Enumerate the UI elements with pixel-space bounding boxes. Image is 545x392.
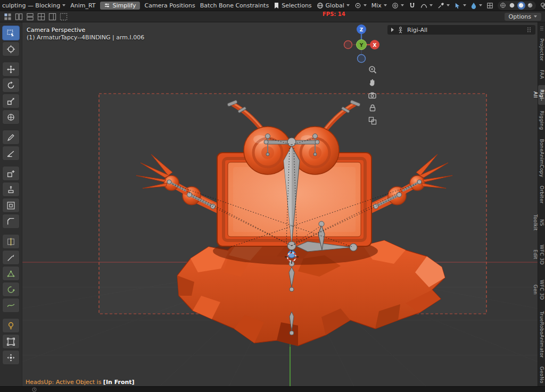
simplify-label: Simplify (112, 2, 136, 9)
drag-tool[interactable] (2, 350, 20, 365)
annotation-dropdown[interactable] (470, 2, 482, 9)
pan-hand-icon[interactable] (368, 78, 377, 87)
show-grid-toggle[interactable] (486, 2, 493, 9)
camera-positions-label: Camera Positions (145, 2, 195, 9)
camera-view-icon[interactable] (368, 90, 377, 100)
headsup-value: [In Front] (103, 379, 135, 386)
eyedropper-dropdown[interactable] (437, 2, 450, 9)
proportional-editing-dropdown[interactable] (392, 2, 404, 9)
sidebar-tab-projector[interactable]: Projector (538, 36, 545, 64)
sidebar-tab-wfc-3d-gen[interactable]: WFC 3D Gen (538, 274, 545, 306)
timeline-collapsed-bar[interactable] (0, 386, 545, 392)
sidebar-tab-faa[interactable]: FAA (538, 67, 545, 82)
editor-type-icon[interactable] (4, 13, 12, 21)
layout-quad-icon[interactable] (37, 13, 45, 21)
measure-tool[interactable] (2, 146, 20, 161)
poly-build-tool[interactable] (2, 266, 20, 281)
selections-menu[interactable]: Selections (274, 2, 311, 9)
box-select-tool[interactable] (2, 26, 20, 40)
lock-icon[interactable] (368, 103, 377, 113)
add-cube-tool[interactable] (2, 166, 20, 181)
loop-cut-tool[interactable] (2, 234, 20, 249)
anim-rt-label: Anim_RT (70, 2, 95, 9)
sidebar-tab-ns-toolkit[interactable]: NS Toolkit (538, 210, 545, 236)
spin-tool[interactable] (2, 282, 20, 297)
cursor-tool[interactable] (2, 41, 20, 56)
panel-header-label: Rigi-All (407, 27, 427, 34)
blend-mode-label: Mix (371, 2, 382, 9)
chevron-down-icon (401, 4, 404, 6)
overlays-dropdown[interactable] (540, 2, 545, 9)
chevron-down-icon (447, 4, 450, 6)
drag-dots-icon[interactable] (526, 27, 532, 33)
extrude-tool[interactable] (2, 182, 20, 197)
headsup-prefix: HeadsUp: Active Object is (26, 379, 103, 386)
navigation-gizmo[interactable]: Z X Y (337, 21, 385, 70)
fullscreen-grid-icon[interactable] (368, 116, 377, 126)
frame-tool[interactable] (2, 334, 20, 349)
scale-tool[interactable] (2, 94, 20, 109)
gizmo-dropdown[interactable] (454, 2, 466, 9)
chevron-down-icon (463, 4, 466, 6)
pin-light-tool[interactable] (2, 318, 20, 333)
character-mesh[interactable] (136, 100, 452, 346)
shading-rendered-button[interactable] (526, 2, 534, 10)
bevel-tool[interactable] (2, 214, 20, 229)
view-name-label: Camera Perspective (27, 27, 85, 34)
viewport-nav-icons (368, 65, 377, 126)
shading-material-button[interactable] (517, 2, 525, 10)
chevron-down-icon (364, 4, 367, 6)
left-arm[interactable] (136, 154, 222, 211)
gizmo-x-label: X (373, 43, 377, 48)
clock-icon[interactable] (32, 387, 37, 392)
sidebar-tab-boneanimcopy[interactable]: BoneAnimCopy (538, 136, 545, 180)
sidebar-tab-geono[interactable]: GeoNo (538, 364, 545, 386)
viewport-shading-group (498, 1, 536, 10)
sidebar-panel-header[interactable]: Rigi-All (387, 25, 535, 35)
magnet-icon (409, 2, 416, 9)
right-arm[interactable] (366, 154, 452, 211)
gizmo-axis-z-neg[interactable] (358, 55, 366, 63)
3d-viewport[interactable]: Camera Perspective (1) ArmaturTapcy--4BI… (0, 22, 538, 386)
transform-tool[interactable] (2, 110, 20, 124)
options-dropdown[interactable]: Options (505, 13, 541, 21)
annotate-tool[interactable] (2, 130, 20, 145)
chevron-down-icon (346, 4, 350, 6)
blend-mode-dropdown[interactable]: Mix (371, 2, 387, 9)
viewport-scene[interactable] (22, 22, 538, 386)
shading-solid-button[interactable] (508, 2, 516, 10)
sidebar-tab-wfc-3d-edit[interactable]: WFC 3D Edit (538, 239, 545, 270)
fps-counter: FPS: 14 (323, 11, 345, 17)
tab-strip-grip[interactable] (538, 24, 545, 32)
layout-split-icon[interactable] (48, 13, 56, 21)
move-tool[interactable] (2, 62, 20, 77)
layout-columns-icon[interactable] (15, 13, 23, 21)
rotate-tool[interactable] (2, 78, 20, 93)
pivot-point-dropdown[interactable] (354, 2, 367, 9)
shading-wireframe-button[interactable] (499, 2, 507, 10)
antennae[interactable] (227, 100, 361, 132)
batch-bone-constraints-menu[interactable]: Batch Bone Constraints (200, 2, 269, 9)
mode-dropdown[interactable]: culpting — Blocking (2, 2, 65, 9)
layout-dotted-icon[interactable] (60, 13, 68, 21)
simplify-toggle-button[interactable]: Simplify (100, 2, 139, 10)
transform-orientation-dropdown[interactable]: Global (317, 2, 350, 9)
sidebar-tab-trueroboanimator[interactable]: TrueRoboAnimator (538, 308, 545, 361)
gizmo-axis-x-neg[interactable] (344, 41, 352, 49)
zoom-icon[interactable] (368, 65, 377, 74)
snap-toggle[interactable] (409, 2, 416, 9)
chevron-down-icon (534, 15, 537, 18)
sidebar-tab-rigging[interactable]: Rigging (538, 108, 545, 132)
camera-positions-menu[interactable]: Camera Positions (145, 2, 195, 9)
pivot-point-icon (354, 2, 361, 9)
smooth-tool[interactable] (2, 298, 20, 313)
knife-tool[interactable] (2, 250, 20, 265)
falloff-dropdown[interactable] (420, 2, 433, 9)
simplify-icon (104, 2, 110, 9)
sidebar-tab-orbiter[interactable]: Orbiter (538, 183, 545, 206)
sidebar-tab-rigi-all[interactable]: Rigi-All (538, 85, 545, 105)
inset-tool[interactable] (2, 198, 20, 213)
chevron-down-icon (384, 4, 387, 6)
anim-rt-menu[interactable]: Anim_RT (70, 2, 95, 9)
layout-rows-icon[interactable] (26, 13, 34, 21)
